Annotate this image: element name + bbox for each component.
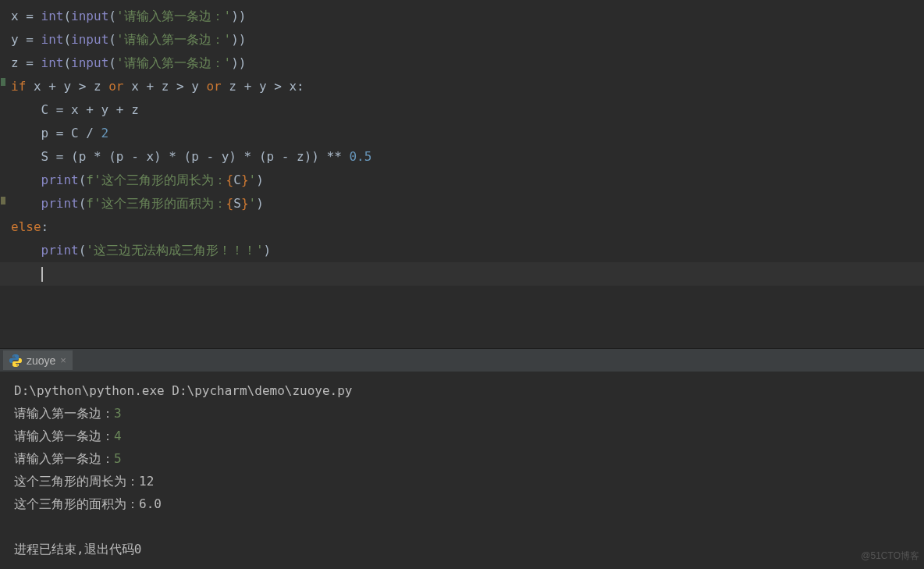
code-line[interactable]: print('这三边无法构成三角形！！！') (11, 239, 924, 262)
console-line: 请输入第一条边：4 (14, 425, 910, 447)
code-line[interactable]: p = C / 2 (11, 122, 924, 145)
code-line[interactable]: y = int(input('请输入第一条边：')) (11, 28, 924, 52)
console-command: D:\python\python.exe D:\pycharm\demo\zuo… (14, 379, 910, 402)
code-editor[interactable]: x = int(input('请输入第一条边：')) y = int(input… (0, 0, 924, 348)
watermark: @51CTO博客 (861, 545, 919, 567)
console-line: 请输入第一条边：3 (14, 402, 910, 425)
console-output: 这个三角形的周长为：12 (14, 470, 910, 493)
run-tab-label: zuoye (27, 354, 55, 367)
run-tab-bar: zuoye × (0, 348, 924, 372)
run-tab-zuoye[interactable]: zuoye × (3, 350, 73, 370)
run-console[interactable]: D:\python\python.exe D:\pycharm\demo\zuo… (0, 372, 924, 569)
code-line[interactable]: S = (p * (p - x) * (p - y) * (p - z)) **… (11, 145, 924, 169)
code-line[interactable]: else: (11, 215, 924, 239)
code-line[interactable]: print(f'这个三角形的面积为：{S}') (11, 192, 924, 215)
code-line-current[interactable] (0, 262, 924, 286)
console-line: 请输入第一条边：5 (14, 447, 910, 470)
code-line[interactable]: x = int(input('请输入第一条边：')) (11, 5, 924, 28)
text-caret (41, 267, 43, 282)
console-exit: 进程已结束,退出代码0 (14, 538, 910, 560)
close-icon[interactable]: × (60, 354, 66, 366)
python-icon (9, 354, 22, 367)
code-line[interactable]: C = x + y + z (11, 98, 924, 122)
code-line[interactable]: z = int(input('请输入第一条边：')) (11, 52, 924, 75)
console-blank (14, 515, 910, 538)
code-line[interactable]: print(f'这个三角形的周长为：{C}') (11, 169, 924, 192)
gutter-warning-mark[interactable] (1, 197, 5, 204)
gutter-fold-mark[interactable] (1, 78, 5, 86)
code-line[interactable]: if x + y > z or x + z > y or z + y > x: (11, 75, 924, 98)
console-output: 这个三角形的面积为：6.0 (14, 493, 910, 515)
